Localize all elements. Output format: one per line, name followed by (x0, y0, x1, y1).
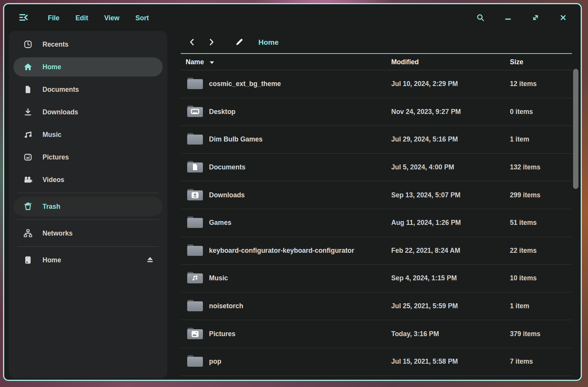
forward-button[interactable] (206, 37, 217, 49)
folder-icon (186, 353, 204, 370)
sidebar-divider (17, 193, 159, 193)
path-bar: Home (181, 32, 572, 53)
file-row-desktop[interactable]: Desktop Nov 24, 2023, 9:27 PM 0 items (181, 98, 572, 126)
folder-desktop-icon (186, 104, 204, 120)
sidebar-item-networks[interactable]: Networks (13, 224, 163, 243)
sidebar-divider (17, 246, 159, 247)
sidebar-item-home[interactable]: Home (13, 57, 163, 76)
file-row-downloads[interactable]: Downloads Sep 13, 2024, 5:07 PM 299 item… (181, 181, 572, 209)
column-header-modified[interactable]: Modified (391, 58, 510, 66)
minimize-button[interactable] (503, 12, 513, 24)
folder-icon (186, 242, 204, 259)
file-row-documents[interactable]: Documents Jul 5, 2024, 4:00 PM 132 items (181, 154, 572, 182)
home-house-icon (23, 62, 33, 72)
menu-file[interactable]: File (40, 11, 67, 25)
close-icon (559, 14, 567, 23)
folder-documents-icon (186, 159, 204, 176)
window-controls (475, 12, 568, 24)
music-note-icon (23, 130, 33, 139)
edit-path-button[interactable] (234, 37, 245, 48)
minimize-icon (504, 14, 512, 23)
sidebar-item-label: Home (42, 63, 61, 71)
sidebar-toggle-icon (19, 13, 28, 23)
file-row-noisetorch[interactable]: noisetorch Jul 25, 2021, 5:59 PM 1 item (181, 293, 572, 320)
trash-icon (23, 202, 33, 211)
file-row-cosmic-ext-bg-theme[interactable]: cosmic_ext_bg_theme Jul 10, 2024, 2:29 P… (181, 70, 572, 98)
menu-bar: File Edit View Sort (17, 11, 157, 25)
sidebar-item-label: Downloads (42, 108, 78, 116)
sidebar-item-music[interactable]: Music (13, 125, 163, 144)
titlebar: File Edit View Sort (4, 4, 581, 32)
sidebar-item-pictures[interactable]: Pictures (13, 148, 163, 167)
eject-button[interactable] (145, 255, 155, 266)
folder-downloads-icon (186, 187, 204, 203)
sidebar-item-label: Networks (42, 229, 73, 237)
sidebar-item-label: Recents (42, 41, 69, 49)
picture-icon (23, 153, 33, 162)
sidebar-item-label: Trash (42, 203, 60, 211)
sidebar-item-label: Music (42, 131, 62, 139)
sidebar-toggle-button[interactable] (17, 11, 30, 24)
sidebar-item-trash[interactable]: Trash (13, 197, 163, 216)
sidebar-item-label: Pictures (42, 153, 69, 161)
folder-pictures-icon (186, 326, 204, 342)
sidebar-item-label: Videos (42, 176, 64, 184)
sidebar: Recents Home Documents (9, 31, 167, 378)
menu-sort[interactable]: Sort (127, 11, 157, 25)
column-header-size[interactable]: Size (510, 58, 572, 66)
file-row-keyboard-configurator[interactable]: keyboard-configurator-keyboard-configura… (181, 237, 572, 265)
sidebar-item-downloads[interactable]: Downloads (13, 102, 163, 122)
video-camera-icon (23, 175, 33, 184)
breadcrumb-current[interactable]: Home (256, 37, 281, 48)
search-icon (477, 14, 484, 23)
chevron-left-icon (188, 37, 197, 48)
sidebar-item-label: Documents (42, 86, 79, 94)
sidebar-divider (17, 220, 159, 220)
back-button[interactable] (187, 37, 198, 49)
eject-icon (146, 255, 154, 265)
scrollbar-thumb[interactable] (573, 69, 578, 189)
sidebar-item-recents[interactable]: Recents (13, 35, 163, 54)
recents-clock-icon (23, 40, 33, 49)
sidebar-item-documents[interactable]: Documents (13, 80, 163, 99)
folder-music-icon (186, 270, 204, 286)
column-headers: Name Modified Size (181, 54, 572, 70)
menu-edit[interactable]: Edit (67, 11, 96, 25)
file-row-pop[interactable]: pop Jul 15, 2021, 5:58 PM 7 items (181, 348, 572, 376)
file-row-games[interactable]: Games Aug 11, 2024, 1:26 PM 51 items (181, 209, 572, 237)
document-icon (23, 85, 33, 94)
file-row-dim-bulb-games[interactable]: Dim Bulb Games Jul 29, 2024, 5:16 PM 1 i… (181, 126, 572, 154)
file-list-pane: Home Name Modified Size cosmic_ext_bg_th… (181, 32, 572, 376)
network-icon (23, 229, 33, 238)
download-icon (23, 107, 33, 117)
drive-icon (23, 255, 33, 265)
sort-caret-down-icon (209, 58, 214, 66)
folder-icon (186, 215, 204, 231)
folder-icon (186, 131, 204, 148)
folder-icon (186, 76, 204, 92)
file-row-pictures[interactable]: Pictures Today, 3:16 PM 379 items (181, 320, 572, 348)
menu-view[interactable]: View (96, 11, 127, 25)
file-row-music[interactable]: Music Sep 4, 2024, 1:15 PM 10 items (181, 265, 572, 293)
folder-icon (186, 298, 204, 314)
files-window: File Edit View Sort (3, 3, 582, 381)
maximize-icon (532, 14, 539, 23)
sidebar-item-videos[interactable]: Videos (13, 170, 163, 189)
sidebar-item-home-drive[interactable]: Home (13, 250, 163, 270)
chevron-right-icon (207, 37, 216, 48)
file-rows: cosmic_ext_bg_theme Jul 10, 2024, 2:29 P… (181, 70, 572, 376)
maximize-button[interactable] (530, 12, 541, 24)
search-button[interactable] (475, 12, 486, 24)
pencil-icon (235, 37, 244, 47)
column-header-name[interactable]: Name (181, 58, 391, 66)
sidebar-item-label: Home (42, 256, 61, 264)
close-button[interactable] (558, 12, 568, 24)
